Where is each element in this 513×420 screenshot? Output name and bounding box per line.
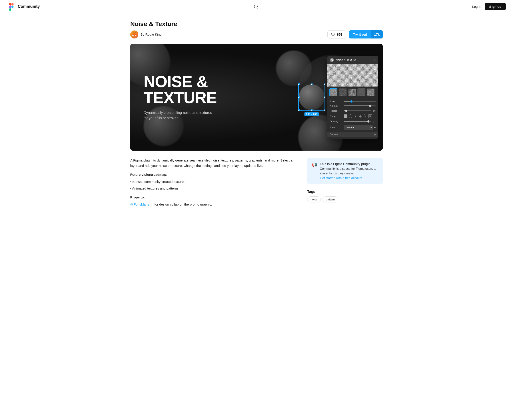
- props-text: — for design collab on the promo graphic…: [150, 202, 212, 206]
- shape-options: ▲ ◆ ╲ ▣: [344, 114, 372, 118]
- opacity-knob: [367, 120, 369, 123]
- notice-link[interactable]: Get started with a free account →: [320, 176, 366, 180]
- props-attribution: @FonsMans — for design collab on the pro…: [130, 202, 298, 207]
- like-button[interactable]: 853: [327, 30, 346, 38]
- selection-sphere: [299, 84, 324, 110]
- blend-icon: ⌐: [374, 126, 376, 129]
- svg-line-6: [257, 8, 258, 8]
- opacity-slider-fill: [344, 121, 367, 122]
- rotate-random-icon[interactable]: ⇄: [373, 109, 376, 112]
- opacity-control-row: Opacity ⇄: [330, 120, 376, 123]
- panel-logo-icon: ◑: [330, 58, 334, 62]
- hero-subtitle: Dynamically create tiling noise and text…: [144, 110, 215, 121]
- header: Community Log in Sign up: [0, 0, 513, 13]
- amount-label: Amount: [330, 105, 342, 107]
- avatar: 🦊: [130, 30, 138, 38]
- resize-handle-tr: [324, 83, 325, 85]
- try-button[interactable]: Try it out 17k: [349, 30, 383, 38]
- props-link[interactable]: @FonsMans: [130, 202, 149, 206]
- heart-icon: [331, 32, 335, 37]
- resize-handle-tl: [298, 83, 300, 85]
- rotate-slider[interactable]: [344, 110, 371, 111]
- try-it-out-button[interactable]: Try it out: [349, 30, 371, 38]
- selection-box: 200 × 200: [298, 84, 325, 111]
- main-container: Noise & Texture 🦊 By Rogie King 853 Try …: [123, 13, 390, 224]
- panel-controls: Size Amount: [327, 98, 378, 139]
- panel-title: Noise & Texture: [336, 58, 356, 62]
- shape-image-btn[interactable]: ▣: [368, 114, 372, 118]
- community-notice: 📢 This is a Figma Community plugin. Comm…: [307, 158, 383, 184]
- amount-knob: [369, 105, 371, 107]
- notice-icon: 📢: [312, 162, 317, 167]
- resize-handle-bm: [311, 109, 313, 111]
- shape-control-row: Shape ▲ ◆ ╲ ▣: [330, 114, 376, 118]
- header-search[interactable]: [254, 4, 258, 9]
- plugin-panel: ◑ Noise & Texture ×: [327, 56, 378, 139]
- texture-thumb-3[interactable]: [348, 88, 356, 96]
- resize-handle-lm: [298, 96, 300, 98]
- svg-rect-3: [11, 3, 14, 6]
- plugin-author: 🦊 By Rogie King: [130, 30, 161, 38]
- svg-rect-8: [330, 89, 337, 96]
- texture-thumb-1[interactable]: [330, 88, 337, 96]
- texture-thumb-5[interactable]: [367, 88, 375, 96]
- future-items-list: Browse community created textures Animat…: [130, 179, 298, 191]
- blend-label: Blend: [330, 126, 342, 129]
- darken-label: Darken: [330, 133, 338, 136]
- search-icon[interactable]: [254, 4, 258, 9]
- hero-text-block: NOISE & TEXTURE Dynamically create tilin…: [130, 63, 289, 131]
- header-right: Log in Sign up: [472, 3, 506, 10]
- hero-title-line2: TEXTURE: [144, 89, 217, 106]
- svg-rect-1: [9, 6, 11, 8]
- size-slider[interactable]: [344, 101, 376, 102]
- panel-header: ◑ Noise & Texture ×: [327, 56, 378, 64]
- texture-options: [327, 87, 378, 98]
- size-label: Size: [330, 100, 342, 103]
- amount-slider-fill: [344, 105, 369, 106]
- texture-thumb-4[interactable]: [357, 88, 366, 96]
- selection-size-label: 200 × 200: [304, 112, 319, 116]
- props-title: Props to:: [130, 195, 298, 200]
- shape-label: Shape: [330, 115, 342, 117]
- sidebar: 📢 This is a Figma Community plugin. Comm…: [307, 158, 383, 211]
- texture-thumb-2[interactable]: [339, 88, 347, 96]
- shape-triangle-btn[interactable]: ▲: [354, 114, 357, 118]
- tags-list: noise pattern: [307, 196, 383, 202]
- hero-big-title: NOISE & TEXTURE: [144, 74, 289, 106]
- shape-square-btn[interactable]: [344, 114, 347, 118]
- resize-handle-br: [324, 109, 325, 111]
- opacity-random-icon[interactable]: ⇄: [373, 120, 376, 123]
- shape-diamond-btn[interactable]: ◆: [359, 114, 362, 118]
- svg-rect-10: [349, 89, 356, 96]
- blend-control-row: Blend Normal Darken Multiply Screen Over…: [330, 125, 376, 130]
- notice-text: This is a Figma Community plugin. Commun…: [320, 162, 378, 180]
- resize-handle-tm: [311, 83, 313, 85]
- hero-content: NOISE & TEXTURE Dynamically create tilin…: [130, 44, 383, 150]
- tag-noise[interactable]: noise: [307, 196, 321, 202]
- amount-control-row: Amount: [330, 105, 376, 107]
- blend-select[interactable]: Normal Darken Multiply Screen Overlay: [344, 125, 373, 130]
- svg-point-4: [11, 6, 14, 8]
- opacity-slider[interactable]: [344, 121, 371, 122]
- notice-title: This is a Figma Community plugin.: [320, 162, 371, 166]
- darken-icon: ◗: [374, 133, 376, 136]
- signup-button[interactable]: Sign up: [485, 3, 506, 10]
- panel-close-button[interactable]: ×: [374, 58, 376, 62]
- shape-circle-btn[interactable]: [349, 114, 352, 118]
- amount-slider[interactable]: [344, 105, 376, 106]
- size-knob: [350, 100, 352, 103]
- try-count-badge[interactable]: 17k: [371, 30, 383, 38]
- svg-rect-7: [327, 64, 378, 87]
- svg-rect-0: [9, 3, 11, 6]
- plugin-mockup-area: 200 × 200 ◑ Noise & Texture ×: [289, 44, 383, 150]
- tag-pattern[interactable]: pattern: [322, 196, 338, 202]
- description-intro: A Figma plugin to dynamically generate s…: [130, 158, 298, 168]
- shape-line-btn[interactable]: ╲: [363, 114, 367, 118]
- resize-handle-rm: [324, 96, 325, 98]
- future-item-1: Browse community created textures: [130, 179, 298, 184]
- login-button[interactable]: Log in: [472, 5, 481, 8]
- plugin-meta: 🦊 By Rogie King 853 Try it out 17k: [130, 30, 383, 38]
- svg-rect-12: [367, 89, 374, 96]
- header-left: Community: [7, 2, 40, 11]
- size-slider-fill: [344, 101, 350, 102]
